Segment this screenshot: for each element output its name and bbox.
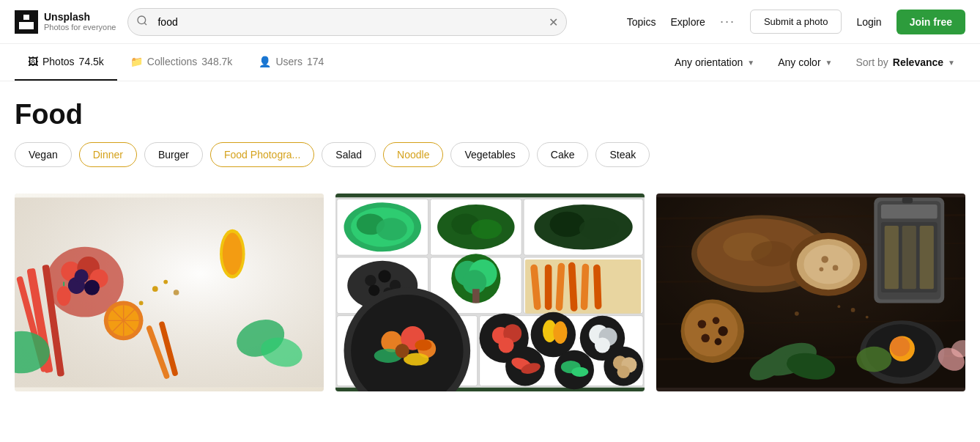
tag-steak[interactable]: Steak	[595, 142, 650, 167]
sort-chevron-icon: ▼	[948, 59, 955, 67]
svg-point-57	[365, 275, 376, 286]
photos-icon: 🖼	[28, 56, 38, 67]
tab-users[interactable]: 👤 Users 174	[245, 44, 337, 81]
svg-point-13	[57, 286, 71, 306]
search-bar: ✕	[127, 8, 567, 36]
svg-point-127	[821, 256, 828, 263]
login-button[interactable]: Login	[856, 16, 881, 28]
svg-point-11	[84, 280, 100, 295]
tab-collections-label: Collections	[147, 56, 197, 67]
clear-search-button[interactable]: ✕	[549, 15, 558, 29]
tag-vegetables[interactable]: Vegetables	[450, 142, 529, 167]
svg-point-134	[718, 326, 727, 336]
svg-point-52	[471, 219, 502, 239]
related-tags: Vegan Dinner Burger Food Photogra... Sal…	[0, 142, 980, 182]
svg-point-93	[595, 337, 610, 353]
tag-food-photography[interactable]: Food Photogra...	[210, 142, 314, 167]
tab-collections[interactable]: 📁 Collections 348.7k	[117, 44, 246, 81]
svg-point-33	[174, 290, 179, 295]
logo-subtitle: Photos for everyone	[44, 23, 116, 32]
logo-title: Unsplash	[44, 11, 116, 23]
svg-point-31	[152, 286, 158, 292]
photo-card-2[interactable]	[335, 194, 645, 391]
sort-prefix: Sort by	[855, 56, 888, 68]
svg-point-99	[571, 367, 588, 377]
svg-point-49	[376, 218, 407, 240]
svg-point-103	[617, 366, 630, 378]
nav-explore[interactable]: Explore	[670, 16, 705, 28]
tag-noodle[interactable]: Noodle	[383, 142, 443, 167]
tab-photos-label: Photos	[42, 56, 75, 67]
svg-point-81	[396, 344, 409, 358]
photo-card-3[interactable]	[656, 194, 965, 391]
svg-rect-116	[885, 226, 899, 289]
svg-rect-119	[902, 198, 913, 204]
svg-rect-117	[902, 226, 916, 289]
collections-icon: 📁	[130, 56, 143, 67]
svg-point-132	[698, 320, 707, 328]
logo[interactable]: Unsplash Photos for everyone	[15, 10, 116, 34]
nav-more[interactable]: ···	[720, 14, 735, 29]
svg-point-136	[715, 338, 722, 345]
search-input[interactable]	[127, 8, 567, 36]
tag-cake[interactable]: Cake	[537, 142, 589, 167]
page-title: Food	[15, 99, 965, 130]
orientation-filter-label: Any orientation	[675, 56, 743, 68]
svg-point-89	[553, 321, 567, 344]
tag-vegan[interactable]: Vegan	[15, 142, 72, 167]
color-filter-label: Any color	[778, 56, 820, 68]
svg-rect-114	[881, 205, 938, 218]
svg-point-12	[75, 269, 89, 283]
nav-topics[interactable]: Topics	[627, 16, 656, 28]
filters-right: Any orientation ▼ Any color ▼ Sort by Re…	[664, 51, 965, 74]
sort-value: Relevance	[893, 56, 943, 68]
svg-point-148	[795, 312, 799, 316]
orientation-chevron-icon: ▼	[747, 59, 754, 67]
tab-users-count: 174	[307, 56, 324, 67]
nav-links: Topics Explore ··· Submit a photo Login …	[627, 10, 965, 34]
tag-burger[interactable]: Burger	[144, 142, 203, 167]
svg-point-34	[139, 301, 144, 306]
svg-point-129	[820, 267, 824, 271]
svg-point-126	[803, 245, 853, 284]
svg-rect-118	[920, 226, 934, 289]
users-icon: 👤	[259, 56, 271, 67]
tab-photos-count: 74.5k	[79, 56, 104, 67]
svg-point-144	[856, 347, 891, 372]
svg-point-32	[163, 280, 168, 284]
svg-point-123	[751, 241, 793, 267]
svg-point-143	[890, 336, 910, 356]
tag-salad[interactable]: Salad	[322, 142, 376, 167]
tab-photos[interactable]: 🖼 Photos 74.5k	[15, 44, 117, 81]
color-filter-button[interactable]: Any color ▼	[768, 51, 842, 74]
logo-icon	[15, 10, 38, 34]
svg-point-135	[701, 334, 710, 343]
page-title-section: Food	[0, 81, 980, 142]
svg-point-54	[550, 212, 585, 237]
svg-point-58	[379, 270, 391, 282]
join-free-button[interactable]: Join free	[897, 10, 965, 34]
orientation-filter-button[interactable]: Any orientation ▼	[664, 51, 765, 74]
svg-point-27	[223, 232, 242, 275]
svg-rect-1	[19, 22, 34, 29]
svg-point-133	[713, 317, 720, 325]
svg-rect-0	[23, 15, 29, 20]
tag-dinner[interactable]: Dinner	[79, 142, 137, 167]
sort-button[interactable]: Sort by Relevance ▼	[845, 51, 965, 74]
tab-users-label: Users	[275, 56, 302, 67]
tab-collections-count: 348.7k	[201, 56, 232, 67]
photo-card-1[interactable]	[15, 194, 324, 391]
submit-photo-button[interactable]: Submit a photo	[750, 10, 842, 34]
svg-rect-69	[545, 265, 552, 310]
header: Unsplash Photos for everyone ✕ Topics Ex…	[0, 0, 980, 44]
svg-point-147	[837, 305, 840, 308]
svg-rect-66	[472, 289, 480, 303]
svg-point-128	[833, 265, 839, 271]
svg-point-55	[579, 218, 619, 240]
logo-text: Unsplash Photos for everyone	[44, 11, 116, 33]
photos-grid	[0, 182, 980, 403]
color-chevron-icon: ▼	[825, 59, 833, 67]
svg-point-145	[851, 308, 855, 312]
svg-point-82	[415, 339, 431, 350]
tabs-bar: 🖼 Photos 74.5k 📁 Collections 348.7k 👤 Us…	[0, 44, 980, 81]
